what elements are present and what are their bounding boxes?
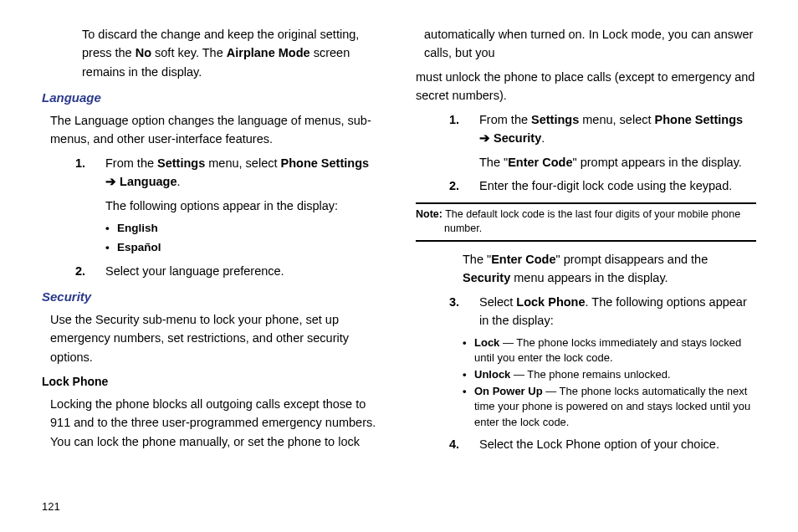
lock-option-on-power-up: On Power Up — The phone locks automatica…: [416, 384, 756, 430]
language-option-english: English: [42, 220, 382, 238]
text: On Power Up: [474, 385, 543, 397]
language-steps: 1. From the Settings menu, select Phone …: [42, 154, 382, 215]
text: menu, select: [205, 156, 280, 170]
settings-label: Settings: [157, 156, 205, 170]
language-label: Language: [120, 175, 176, 188]
after-note-paragraph: The "Enter Code" prompt disappears and t…: [463, 250, 756, 288]
text: From the: [479, 113, 531, 126]
lock-step-2: 2. Enter the four-digit lock code using …: [416, 176, 756, 195]
manual-page: To discard the change and keep the origi…: [0, 0, 798, 532]
lock-step-3: 3. Select Lock Phone. The following opti…: [416, 293, 756, 330]
phone-settings-label: Phone Settings: [655, 113, 744, 126]
text: menu appears in the display.: [510, 271, 668, 284]
lock-phone-label: Lock Phone: [516, 295, 585, 309]
lock-option-lock: Lock — The phone locks immediately and s…: [416, 335, 756, 366]
text: — The phone remains unlocked.: [510, 368, 670, 381]
text: The ": [479, 156, 508, 169]
text: menu, select: [579, 113, 654, 126]
step-number: 1.: [75, 154, 85, 172]
text: .: [541, 131, 545, 145]
lock-phone-heading: Lock Phone: [42, 373, 382, 391]
text: The ": [463, 253, 491, 266]
step-number: 2.: [449, 176, 459, 195]
arrow-icon: ➔: [479, 131, 494, 145]
lock-steps-cont2: 4. Select the Lock Phone option of your …: [416, 435, 756, 453]
phone-settings-label: Phone Settings: [281, 156, 370, 170]
no-softkey: No: [136, 46, 151, 59]
text: " prompt appears in the display.: [573, 156, 742, 169]
enter-code-label: Enter Code: [508, 156, 572, 169]
enter-code-label: Enter Code: [491, 253, 555, 266]
lock-step-1-sub: The "Enter Code" prompt appears in the d…: [479, 153, 756, 171]
text: Español: [117, 241, 161, 253]
discard-paragraph: To discard the change and keep the origi…: [82, 25, 382, 81]
language-step-1: 1. From the Settings menu, select Phone …: [42, 154, 382, 215]
language-heading: Language: [42, 88, 382, 107]
text: From the: [105, 156, 157, 170]
language-step-2: 2. Select your language preference.: [42, 262, 382, 280]
lock-steps-cont: 3. Select Lock Phone. The following opti…: [416, 293, 756, 330]
step-number: 3.: [449, 293, 459, 311]
text: Select the Lock Phone option of your cho…: [479, 437, 719, 451]
language-step-1-sub: The following options appear in the disp…: [105, 197, 382, 215]
settings-label: Settings: [531, 113, 579, 126]
text: — The phone locks immediately and stays …: [474, 336, 741, 364]
step-number: 1.: [449, 110, 459, 129]
text: The default lock code is the last four d…: [442, 208, 740, 235]
note-label: Note:: [416, 208, 442, 220]
arrow-icon: ➔: [105, 175, 120, 188]
two-column-layout: To discard the change and keep the origi…: [42, 25, 756, 477]
text: Lock: [474, 336, 499, 349]
page-number: 121: [42, 499, 60, 515]
step-number: 4.: [449, 435, 459, 453]
airplane-mode-label: Airplane Mode: [227, 46, 310, 59]
lock-steps: 1. From the Settings menu, select Phone …: [416, 110, 756, 196]
text: soft key. The: [151, 46, 227, 59]
security-intro: Use the Security sub-menu to lock your p…: [50, 310, 382, 366]
lock-options: Lock — The phone locks immediately and s…: [416, 335, 756, 430]
language-option-espanol: Español: [42, 239, 382, 257]
lock-phone-intro-cont: must unlock the phone to place calls (ex…: [416, 68, 756, 105]
text: English: [117, 222, 158, 234]
text: Select: [479, 295, 516, 309]
text: .: [177, 175, 181, 188]
security-heading: Security: [42, 287, 382, 306]
text: Enter the four-digit lock code using the…: [479, 179, 732, 192]
text: Unlock: [474, 368, 510, 381]
text: Select your language preference.: [105, 264, 284, 278]
language-intro: The Language option changes the language…: [50, 111, 382, 149]
security-label: Security: [463, 271, 510, 284]
security-label: Security: [494, 131, 541, 145]
language-options: English Español: [42, 220, 382, 257]
note-text: Note: The default lock code is the last …: [416, 207, 756, 237]
lock-option-unlock: Unlock — The phone remains unlocked.: [416, 367, 756, 382]
step-number: 2.: [75, 262, 85, 280]
lock-step-1: 1. From the Settings menu, select Phone …: [416, 110, 756, 171]
lock-step-4: 4. Select the Lock Phone option of your …: [416, 435, 756, 453]
text: " prompt disappears and the: [556, 253, 708, 266]
language-steps-cont: 2. Select your language preference.: [42, 262, 382, 280]
note-box: Note: The default lock code is the last …: [416, 202, 756, 242]
